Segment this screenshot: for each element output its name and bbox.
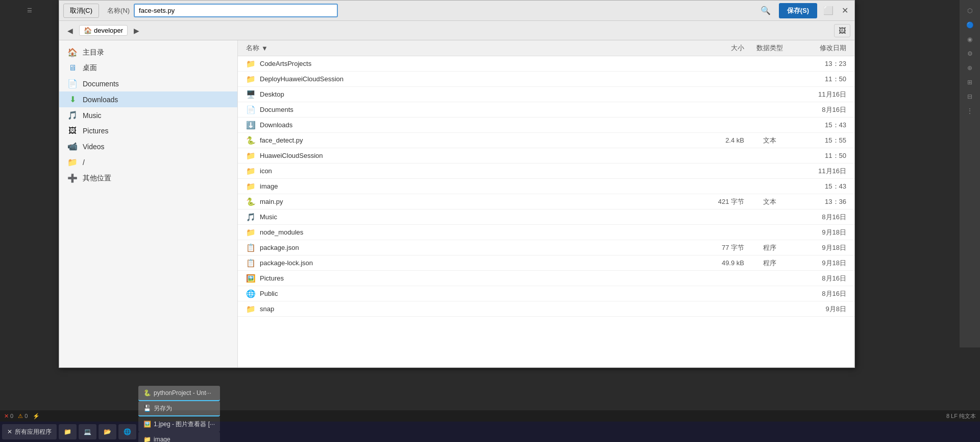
table-row[interactable]: 🐍 face_detect.py 2.4 kB 文本 15：55: [238, 133, 854, 148]
sidebar-item-desktop[interactable]: 🖥 桌面: [59, 60, 237, 76]
sidebar-item-pictures[interactable]: 🖼 Pictures: [59, 123, 237, 138]
table-row[interactable]: 📋 package.json 77 字节 程序 9月18日: [238, 240, 854, 255]
taskbar: ✕ 所有应用程序 📁 💻 📂 🌐 🐍pythonProject - Unt···…: [0, 422, 980, 442]
file-name: Desktop: [260, 90, 693, 98]
documents-icon: 📄: [67, 79, 78, 88]
expand-button[interactable]: ⬜: [821, 4, 836, 17]
table-row[interactable]: 📄 Documents 8月16日: [238, 102, 854, 118]
panel-icon-7[interactable]: ⊟: [961, 90, 979, 103]
taskbar-item-3[interactable]: 📁image: [138, 432, 220, 442]
table-row[interactable]: 🖼️ Pictures 8月16日: [238, 271, 854, 286]
file-name: DeployHuaweiCloudSession: [260, 75, 693, 83]
taskbar-apps-button[interactable]: ✕ 所有应用程序: [2, 424, 57, 439]
close-button[interactable]: ✕: [840, 4, 850, 17]
table-row[interactable]: 📁 HuaweiCloudSession 11：50: [238, 148, 854, 164]
taskbar-item-0[interactable]: 🐍pythonProject - Unt···: [138, 386, 220, 401]
table-row[interactable]: 🎵 Music 8月16日: [238, 210, 854, 225]
sidebar-item-home[interactable]: 🏠 主目录: [59, 44, 237, 60]
sidebar-home-label: 主目录: [83, 48, 104, 57]
file-date: 15：43: [795, 121, 846, 130]
file-icon: 📋: [246, 243, 256, 252]
panel-icon-5[interactable]: ⊕: [961, 61, 979, 75]
sidebar-music-label: Music: [83, 111, 102, 120]
file-name: node_modules: [260, 228, 693, 236]
file-icon: 🌐: [246, 289, 256, 298]
file-type: 文本: [744, 197, 795, 206]
taskbar-icon-browser[interactable]: 🌐: [118, 424, 136, 439]
table-row[interactable]: 📁 snap 9月8日: [238, 301, 854, 317]
file-date: 8月16日: [795, 289, 846, 298]
file-icon: 📁: [246, 75, 256, 84]
file-date: 8月16日: [795, 105, 846, 114]
taskbar-icon-files2[interactable]: 📂: [99, 424, 116, 439]
sidebar-other-label: 其他位置: [83, 174, 111, 183]
sidebar-item-videos[interactable]: 📹 Videos: [59, 138, 237, 154]
table-row[interactable]: 📁 CodeArtsProjects 13：23: [238, 56, 854, 72]
file-name: Downloads: [260, 121, 693, 129]
column-type[interactable]: 数据类型: [744, 43, 795, 53]
cancel-button[interactable]: 取消(C): [63, 4, 99, 18]
ide-left-panel: ☰: [0, 0, 59, 347]
panel-icon-6[interactable]: ⊞: [961, 76, 979, 89]
status-errors: ✕ 0 ⚠ 0 ⚡: [4, 413, 40, 420]
panel-icon-3[interactable]: ◉: [961, 33, 979, 46]
sidebar-item-downloads[interactable]: ⬇ Downloads: [59, 91, 237, 107]
filename-input[interactable]: [134, 4, 338, 17]
table-row[interactable]: 📁 image 15：43: [238, 179, 854, 194]
file-date: 8月16日: [795, 213, 846, 222]
file-type: 文本: [744, 136, 795, 145]
table-row[interactable]: 📁 icon 11月16日: [238, 164, 854, 179]
table-row[interactable]: 📋 package-lock.json 49.9 kB 程序 9月18日: [238, 255, 854, 271]
save-button[interactable]: 保存(S): [779, 3, 817, 18]
taskbar-icon-terminal[interactable]: 💻: [79, 424, 96, 439]
sidebar: 🏠 主目录 🖥 桌面 📄 Documents ⬇ Downloads 🎵 Mus…: [59, 40, 238, 367]
sidebar-item-music[interactable]: 🎵 Music: [59, 107, 237, 123]
column-name[interactable]: 名称 ▼: [246, 43, 693, 53]
root-folder-icon: 📁: [67, 157, 78, 167]
search-button[interactable]: 🔍: [756, 4, 775, 17]
nav-back-button[interactable]: ◀: [63, 25, 77, 37]
file-name: image: [260, 182, 693, 190]
ide-menu-icon[interactable]: ☰: [0, 4, 59, 17]
file-icon: 🖥️: [246, 90, 256, 99]
nav-forward-button[interactable]: ▶: [130, 25, 143, 37]
taskbar-icon-files[interactable]: 📁: [59, 424, 77, 439]
sidebar-item-documents[interactable]: 📄 Documents: [59, 76, 237, 91]
file-icon: 📁: [246, 59, 256, 68]
music-icon: 🎵: [67, 110, 78, 120]
file-date: 11：50: [795, 151, 846, 160]
file-name: package.json: [260, 244, 693, 251]
sidebar-item-root[interactable]: 📁 /: [59, 154, 237, 170]
file-icon: 📋: [246, 259, 256, 268]
file-name: face_detect.py: [260, 136, 693, 144]
column-size[interactable]: 大小: [693, 43, 744, 53]
apps-label: 所有应用程序: [15, 428, 52, 436]
column-date[interactable]: 修改日期: [795, 43, 846, 53]
apps-icon: ✕: [7, 428, 12, 435]
table-row[interactable]: 🌐 Public 8月16日: [238, 286, 854, 301]
taskbar-item-2[interactable]: 🖼️1.jpeg - 图片查看器 [···: [138, 416, 220, 432]
pictures-icon: 🖼: [67, 126, 78, 135]
table-row[interactable]: 📁 DeployHuaweiCloudSession 11：50: [238, 72, 854, 87]
sidebar-item-other[interactable]: ➕ 其他位置: [59, 170, 237, 186]
desktop-icon: 🖥: [67, 63, 78, 73]
panel-icon-8[interactable]: ⋮: [961, 104, 979, 118]
table-row[interactable]: 📁 node_modules 9月18日: [238, 225, 854, 240]
preview-button[interactable]: 🖼: [834, 24, 850, 37]
file-name: Documents: [260, 106, 693, 113]
file-date: 11月16日: [795, 167, 846, 176]
breadcrumb-path: developer: [94, 27, 123, 34]
panel-icon-4[interactable]: ⚙: [961, 47, 979, 60]
table-row[interactable]: ⬇️ Downloads 15：43: [238, 118, 854, 133]
file-icon: 📁: [246, 228, 256, 237]
file-icon: 📁: [246, 151, 256, 160]
panel-icon-2[interactable]: 🔵: [961, 18, 979, 32]
panel-icon-1[interactable]: ⬡: [961, 4, 979, 17]
table-row[interactable]: 🖥️ Desktop 11月16日: [238, 87, 854, 102]
file-type: 程序: [744, 259, 795, 268]
sidebar-pictures-label: Pictures: [83, 127, 109, 135]
taskbar-item-1[interactable]: 💾另存为: [138, 401, 220, 416]
home-folder-icon: 🏠: [67, 48, 78, 57]
table-row[interactable]: 🐍 main.py 421 字节 文本 13：36: [238, 194, 854, 210]
home-icon: 🏠: [84, 27, 92, 34]
